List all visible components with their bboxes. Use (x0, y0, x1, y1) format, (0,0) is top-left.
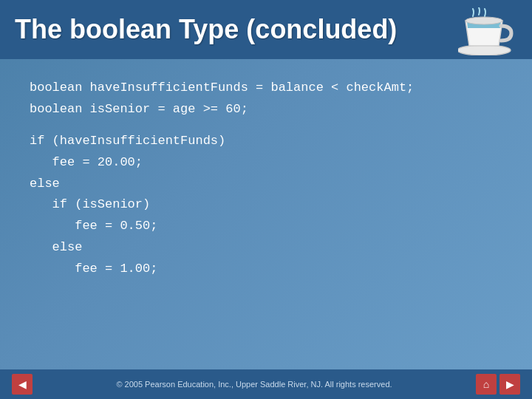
nav-back-button[interactable]: ◀ (12, 374, 33, 395)
svg-point-0 (458, 45, 511, 55)
code-line-1: boolean haveInsufficientFunds = balance … (30, 78, 502, 99)
footer-copyright: © 2005 Pearson Education, Inc., Upper Sa… (33, 380, 476, 389)
footer-nav-right: ⌂ ▶ (476, 374, 520, 395)
code-block: boolean haveInsufficientFunds = balance … (30, 78, 502, 280)
slide: The boolean Type (concluded) (0, 0, 532, 399)
svg-point-1 (466, 17, 502, 24)
back-arrow-icon: ◀ (18, 379, 27, 389)
code-line-4: fee = 20.00; (30, 152, 502, 174)
coffee-cup-svg (458, 7, 517, 55)
forward-arrow-icon: ▶ (506, 379, 514, 389)
code-line-2: boolean isSenior = age >= 60; (30, 99, 502, 120)
nav-forward-button[interactable]: ▶ (499, 374, 520, 395)
code-line-7: fee = 0.50; (30, 216, 502, 237)
code-line-8: else (30, 237, 502, 259)
footer-nav-left: ◀ (12, 374, 33, 395)
home-icon: ⌂ (483, 379, 489, 389)
nav-home-button[interactable]: ⌂ (476, 374, 497, 395)
code-line-5: else (30, 174, 502, 195)
code-line-3: if (haveInsufficientFunds) (30, 131, 502, 152)
slide-title: The boolean Type (concluded) (15, 14, 397, 45)
code-line-6: if (isSenior) (30, 194, 502, 216)
code-blank-1 (30, 120, 502, 131)
code-content: boolean haveInsufficientFunds = balance … (0, 59, 532, 295)
code-line-9: fee = 1.00; (30, 259, 502, 280)
title-bar: The boolean Type (concluded) (0, 0, 532, 59)
footer: ◀ © 2005 Pearson Education, Inc., Upper … (0, 369, 532, 399)
coffee-cup-icon (458, 7, 517, 52)
